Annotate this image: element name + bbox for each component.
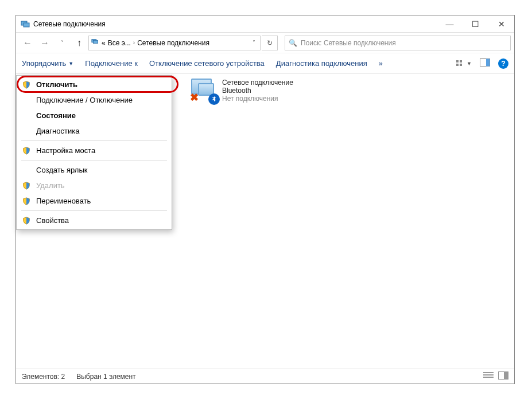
breadcrumb-1[interactable]: Все э... <box>108 39 131 47</box>
ctx-bridge[interactable]: Настройка моста <box>17 143 172 158</box>
bluetooth-icon <box>208 93 220 105</box>
address-box[interactable]: « Все э... › Сетевые подключения ˅ <box>88 36 261 50</box>
ctx-rename[interactable]: Переименовать <box>17 193 172 209</box>
preview-pane-button[interactable] <box>480 58 490 68</box>
context-menu: Отключить Подключение / Отключение Состо… <box>16 75 172 230</box>
app-icon <box>21 19 30 29</box>
address-dropdown[interactable]: ˅ <box>250 40 258 46</box>
refresh-button[interactable]: ↻ <box>262 36 278 50</box>
toolbar: Упорядочить▼ Подключение к Отключение се… <box>16 53 514 74</box>
content-area: ✖ Сетевое подключение Bluetooth Нет подк… <box>16 74 514 369</box>
svg-rect-4 <box>456 60 459 62</box>
window: Сетевые подключения — ☐ ✕ ← → ˅ ↑ « Все … <box>15 15 515 384</box>
adapter-name-line2: Bluetooth <box>222 87 293 95</box>
search-box[interactable]: 🔍 Поиск: Сетевые подключения <box>285 36 511 50</box>
close-button[interactable]: ✕ <box>488 15 514 32</box>
ctx-separator <box>21 140 167 141</box>
organize-button[interactable]: Упорядочить▼ <box>22 59 73 68</box>
adapter-text: Сетевое подключение Bluetooth Нет подклю… <box>222 79 293 103</box>
minimize-button[interactable]: — <box>437 15 463 32</box>
ctx-separator <box>21 210 167 211</box>
ctx-status[interactable]: Состояние <box>17 108 172 123</box>
svg-rect-7 <box>460 64 462 66</box>
svg-rect-12 <box>483 377 494 378</box>
recent-dropdown[interactable]: ˅ <box>54 35 70 51</box>
window-title: Сетевые подключения <box>33 20 106 28</box>
svg-rect-10 <box>483 372 494 373</box>
svg-rect-5 <box>460 60 462 62</box>
ctx-delete: Удалить <box>17 178 172 193</box>
svg-rect-6 <box>456 64 459 66</box>
shield-icon <box>21 197 32 205</box>
window-controls: — ☐ ✕ <box>437 15 514 32</box>
ctx-separator <box>21 160 167 161</box>
help-button[interactable]: ? <box>498 58 508 69</box>
connect-to-button[interactable]: Подключение к <box>85 59 138 68</box>
adapter-status: Нет подключения <box>222 95 293 103</box>
svg-rect-3 <box>94 40 98 43</box>
maximize-button[interactable]: ☐ <box>463 15 488 32</box>
network-adapter-item[interactable]: ✖ Сетевое подключение Bluetooth Нет подк… <box>191 79 317 103</box>
view-options-button[interactable]: ▼ <box>456 60 472 68</box>
adapter-name-line1: Сетевое подключение <box>222 79 293 87</box>
shield-icon <box>21 182 32 190</box>
forward-button[interactable]: → <box>37 35 53 51</box>
ctx-disable[interactable]: Отключить <box>17 77 172 92</box>
svg-rect-11 <box>483 374 494 375</box>
diagnose-button[interactable]: Диагностика подключения <box>276 59 367 68</box>
folder-icon <box>91 38 99 48</box>
ctx-create-shortcut[interactable]: Создать ярлык <box>17 162 172 178</box>
large-icons-view-button[interactable] <box>498 371 508 381</box>
svg-rect-1 <box>24 23 29 27</box>
adapter-icon: ✖ <box>191 79 216 101</box>
shield-icon <box>21 81 32 89</box>
ctx-properties[interactable]: Свойства <box>17 213 172 228</box>
breadcrumb-2[interactable]: Сетевые подключения <box>137 39 209 47</box>
breadcrumb-prefix: « <box>102 39 106 47</box>
shield-icon <box>21 217 32 225</box>
address-bar: ← → ˅ ↑ « Все э... › Сетевые подключения… <box>16 33 514 53</box>
ctx-connect-disconnect[interactable]: Подключение / Отключение <box>17 92 172 108</box>
back-button[interactable]: ← <box>20 35 36 51</box>
ctx-diagnose[interactable]: Диагностика <box>17 123 172 139</box>
disable-device-button[interactable]: Отключение сетевого устройства <box>149 59 265 68</box>
selection-count: Выбран 1 элемент <box>76 373 135 381</box>
shield-icon <box>21 147 32 155</box>
details-view-button[interactable] <box>483 371 494 381</box>
status-bar: Элементов: 2 Выбран 1 элемент <box>16 369 514 384</box>
search-icon: 🔍 <box>289 39 297 47</box>
item-count: Элементов: 2 <box>22 373 65 381</box>
search-placeholder: Поиск: Сетевые подключения <box>301 39 396 47</box>
breadcrumb-sep: › <box>133 40 135 46</box>
disconnected-x-icon: ✖ <box>190 91 199 104</box>
svg-rect-9 <box>486 59 490 66</box>
up-button[interactable]: ↑ <box>71 35 87 51</box>
toolbar-overflow[interactable]: » <box>379 59 383 68</box>
chevron-down-icon: ▼ <box>68 61 73 66</box>
titlebar: Сетевые подключения — ☐ ✕ <box>16 15 514 33</box>
svg-rect-14 <box>504 372 508 380</box>
